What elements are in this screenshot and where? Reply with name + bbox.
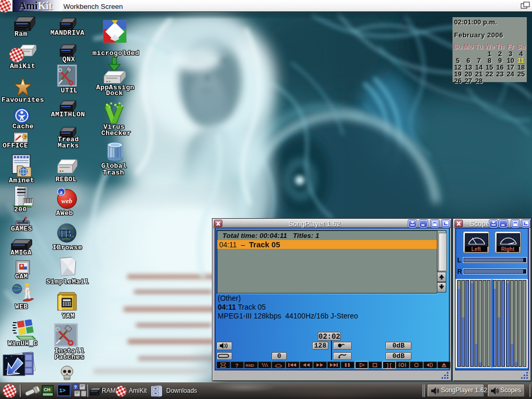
svg-text:][: ][ bbox=[386, 363, 392, 369]
svg-text:?: ? bbox=[235, 363, 238, 369]
svg-text:RND: RND bbox=[246, 363, 255, 368]
